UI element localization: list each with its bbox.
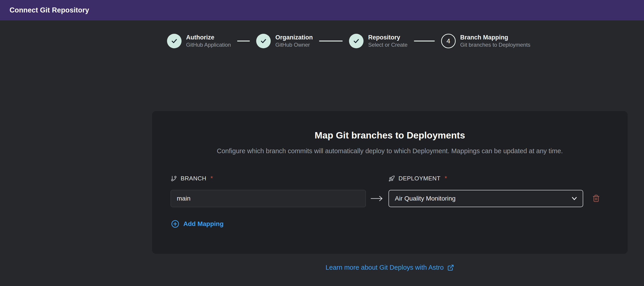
check-icon bbox=[260, 37, 267, 45]
step-organization: Organization GitHub Owner bbox=[256, 33, 313, 48]
deployment-label-text: DEPLOYMENT bbox=[398, 175, 440, 182]
required-marker: * bbox=[210, 175, 213, 182]
step-title: Branch Mapping bbox=[460, 33, 530, 41]
external-link-icon bbox=[447, 264, 454, 271]
branch-label: BRANCH * bbox=[171, 175, 213, 182]
learn-more-link[interactable]: Learn more about Git Deploys with Astro bbox=[326, 264, 454, 271]
git-branch-icon bbox=[171, 175, 177, 182]
step-complete-circle bbox=[349, 34, 364, 48]
step-connector bbox=[319, 40, 343, 41]
learn-more-label: Learn more about Git Deploys with Astro bbox=[326, 264, 444, 271]
step-text: Branch Mapping Git branches to Deploymen… bbox=[460, 33, 530, 48]
step-subtitle: GitHub Application bbox=[186, 41, 231, 48]
check-icon bbox=[353, 37, 360, 45]
chevron-down-icon bbox=[571, 195, 578, 202]
card-title: Map Git branches to Deployments bbox=[152, 130, 628, 141]
card-subtitle: Configure which branch commits will auto… bbox=[152, 147, 628, 155]
delete-mapping-button[interactable] bbox=[592, 194, 600, 203]
add-mapping-button[interactable]: Add Mapping bbox=[171, 220, 224, 228]
deployment-label: DEPLOYMENT * bbox=[388, 175, 447, 182]
step-text: Authorize GitHub Application bbox=[186, 33, 231, 48]
step-connector bbox=[414, 40, 435, 41]
rocket-icon bbox=[388, 175, 395, 182]
plus-circle-icon bbox=[171, 220, 179, 228]
step-subtitle: GitHub Owner bbox=[275, 41, 313, 48]
step-text: Organization GitHub Owner bbox=[275, 33, 313, 48]
header-bar: Connect Git Repository bbox=[0, 0, 644, 20]
required-marker: * bbox=[444, 175, 447, 182]
branch-mapping-card: Map Git branches to Deployments Configur… bbox=[152, 111, 628, 254]
stepper: Authorize GitHub Application Organizatio… bbox=[167, 33, 530, 48]
step-authorize: Authorize GitHub Application bbox=[167, 33, 231, 48]
step-text: Repository Select or Create bbox=[368, 33, 407, 48]
step-number: 4 bbox=[446, 37, 450, 45]
step-current-circle: 4 bbox=[441, 34, 456, 48]
step-subtitle: Git branches to Deployments bbox=[460, 41, 530, 48]
trash-icon bbox=[592, 194, 600, 202]
step-connector bbox=[237, 40, 250, 41]
branch-label-text: BRANCH bbox=[181, 175, 206, 182]
branch-input[interactable] bbox=[171, 190, 366, 207]
step-subtitle: Select or Create bbox=[368, 41, 407, 48]
page-title: Connect Git Repository bbox=[10, 6, 89, 14]
step-title: Authorize bbox=[186, 33, 231, 41]
footer: Learn more about Git Deploys with Astro bbox=[152, 264, 628, 271]
deployment-select-value: Air Quality Monitoring bbox=[395, 195, 456, 202]
step-complete-circle bbox=[167, 34, 182, 48]
deployment-select[interactable]: Air Quality Monitoring bbox=[388, 190, 583, 207]
step-complete-circle bbox=[256, 34, 271, 48]
step-title: Organization bbox=[275, 33, 313, 41]
check-icon bbox=[171, 37, 178, 45]
step-repository: Repository Select or Create bbox=[349, 33, 407, 48]
step-title: Repository bbox=[368, 33, 407, 41]
add-mapping-label: Add Mapping bbox=[183, 220, 224, 228]
arrow-right-icon bbox=[370, 195, 384, 202]
step-branch-mapping: 4 Branch Mapping Git branches to Deploym… bbox=[441, 33, 530, 48]
